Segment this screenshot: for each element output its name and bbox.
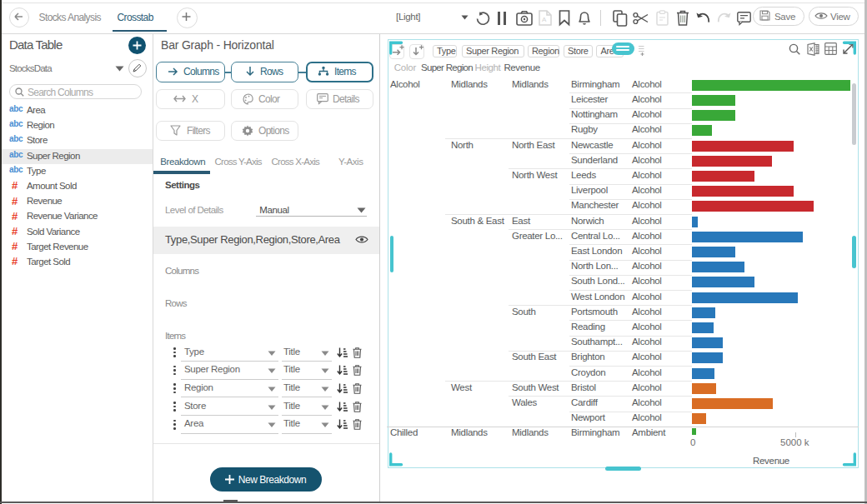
svg-text:A: A — [542, 16, 547, 23]
